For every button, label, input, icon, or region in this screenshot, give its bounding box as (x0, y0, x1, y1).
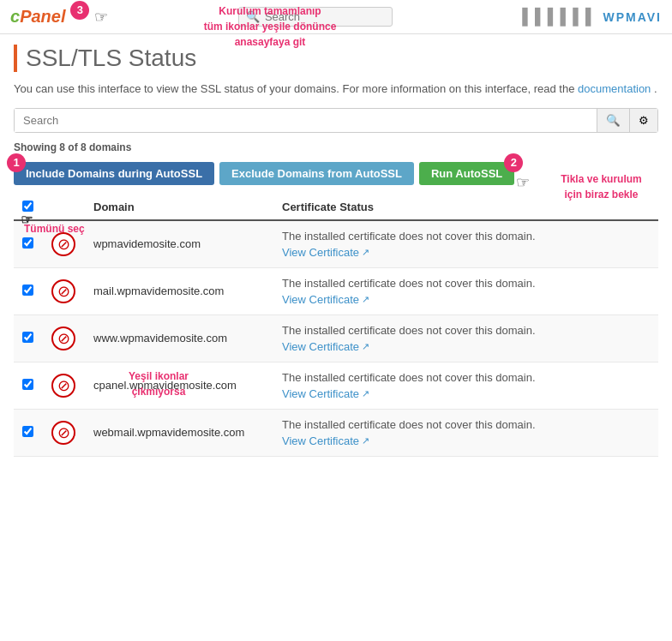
logo-panel: Panel (20, 7, 65, 26)
domain-checkbox-cell (14, 267, 42, 315)
showing-count: Showing 8 of 8 domains (14, 141, 658, 153)
exclude-domains-button[interactable]: Exclude Domains from AutoSSL (219, 162, 414, 185)
domain-checkbox[interactable] (22, 237, 33, 249)
domain-name: www.wpmavidemosite.com (85, 315, 273, 362)
table-row: ⊘ webmail.wpmavidemosite.com The install… (14, 409, 658, 456)
domain-icon-cell: ⊘ (42, 362, 85, 409)
icon-header (42, 195, 85, 220)
domain-status-cell: The installed certificate does not cover… (273, 315, 658, 362)
step1-badge: 1 (7, 153, 26, 172)
logo-c: c (10, 7, 20, 26)
view-certificate-link[interactable]: View Certificate ↗ (282, 246, 369, 259)
header-right: ▌▌▌▌▌▌ WPMAVI (522, 8, 662, 26)
external-link-icon: ↗ (362, 341, 369, 352)
step2-annotation: Tikla ve kurulum için biraz bekle (539, 171, 663, 202)
header-annotation: Kurulum tamamlanıp tüm ikonlar yeşile dö… (171, 3, 369, 50)
domain-checkbox[interactable] (22, 285, 33, 296)
domain-status-cell: The installed certificate does not cover… (273, 362, 658, 409)
domain-name: mail.wpmavidemosite.com (85, 267, 273, 315)
description: You can use this interface to view the S… (14, 81, 658, 98)
domain-icon-cell: ⊘ (42, 315, 85, 362)
external-link-icon: ↗ (362, 247, 369, 258)
domain-checkbox[interactable] (22, 379, 33, 390)
domain-checkbox[interactable] (22, 426, 33, 437)
domain-search-input[interactable] (15, 109, 597, 132)
status-text: The installed certificate does not cover… (282, 324, 650, 337)
domain-status-cell: The installed certificate does not cover… (273, 409, 658, 456)
table-row: ⊘ wpmavidemosite.com The installed certi… (14, 220, 658, 268)
cpanel-logo-text: cPanel (10, 7, 65, 27)
header: cPanel 3 ☞ Kurulum tamamlanıp tüm ikonla… (0, 0, 672, 34)
include-domains-button[interactable]: Include Domains during AutoSSL (14, 162, 214, 185)
status-text: The installed certificate does not cover… (282, 371, 650, 384)
domain-status-icon: ⊘ (51, 326, 75, 350)
settings-button[interactable]: ⚙ (629, 109, 657, 132)
step3-annotation: Yeşil ikonlar çıkmıyorsa (103, 368, 214, 399)
select-all-checkbox[interactable] (22, 201, 33, 212)
brand-logo: ▌▌▌▌▌▌ WPMAVI (522, 8, 662, 26)
search-bar: 🔍 ⚙ (14, 108, 658, 133)
domain-checkbox-cell (14, 362, 42, 409)
domain-checkbox-cell (14, 315, 42, 362)
step2-area: Run AutoSSL 2 ☞ (419, 162, 514, 185)
run-autossl-button[interactable]: Run AutoSSL (419, 162, 514, 185)
domain-checkbox[interactable] (22, 332, 33, 343)
view-certificate-link[interactable]: View Certificate ↗ (282, 340, 369, 353)
domain-table: ☞ Domain Certificate Status ⊘ wpmavidemo… (14, 195, 658, 457)
search-button[interactable]: 🔍 (597, 109, 629, 132)
page-content: SSL/TLS Status You can use this interfac… (0, 34, 672, 467)
domain-status-cell: The installed certificate does not cover… (273, 220, 658, 268)
step1-annotation: Tümünü seç (24, 221, 85, 237)
select-all-cell: ☞ (14, 195, 42, 220)
step1-area: 1 Include Domains during AutoSSL (14, 162, 214, 185)
domain-name: wpmavidemosite.com (85, 220, 273, 268)
domain-status-icon: ⊘ (51, 279, 75, 303)
status-text: The installed certificate does not cover… (282, 418, 650, 431)
domain-status-icon: ⊘ (51, 421, 75, 445)
view-certificate-link[interactable]: View Certificate ↗ (282, 387, 369, 400)
documentation-link[interactable]: documentation (578, 82, 651, 95)
view-certificate-link[interactable]: View Certificate ↗ (282, 293, 369, 306)
status-text: The installed certificate does not cover… (282, 277, 650, 290)
domain-icon-cell: ⊘ (42, 409, 85, 456)
step2-badge: 2 (504, 153, 523, 172)
cpanel-logo: cPanel 3 ☞ (10, 7, 108, 27)
cursor-hand-icon: ☞ (94, 8, 108, 27)
step3-badge: 3 (70, 1, 89, 20)
cursor-step2-icon: ☞ (516, 173, 530, 192)
view-certificate-link[interactable]: View Certificate ↗ (282, 434, 369, 447)
external-link-icon: ↗ (362, 294, 369, 305)
table-row: ⊘ mail.wpmavidemosite.com The installed … (14, 267, 658, 315)
domain-header: Domain (85, 195, 273, 220)
table-row: ⊘ www.wpmavidemosite.com The installed c… (14, 315, 658, 362)
domain-status-icon: ⊘ (51, 374, 75, 398)
domain-status-cell: The installed certificate does not cover… (273, 267, 658, 315)
domain-name: webmail.wpmavidemosite.com (85, 409, 273, 456)
external-link-icon: ↗ (362, 388, 369, 399)
domain-icon-cell: ⊘ (42, 267, 85, 315)
status-text: The installed certificate does not cover… (282, 230, 650, 243)
domain-checkbox-cell (14, 409, 42, 456)
external-link-icon: ↗ (362, 435, 369, 446)
